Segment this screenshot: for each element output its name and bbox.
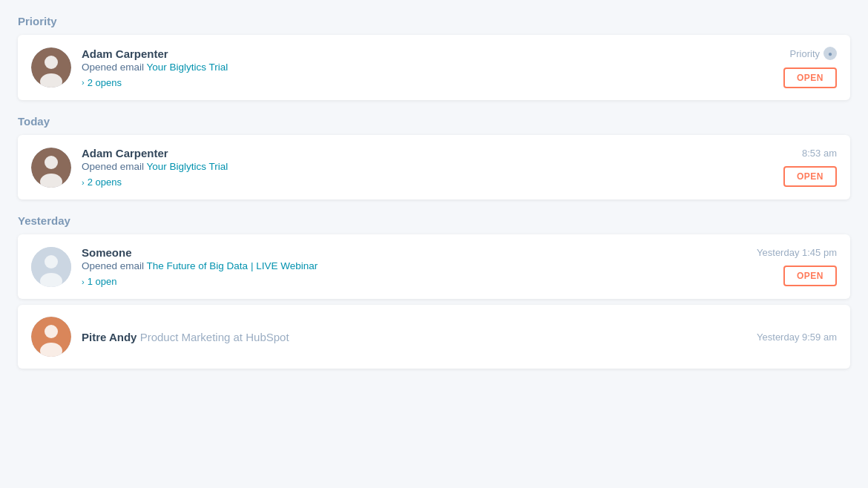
card-action: Opened email Your Biglytics Trial (82, 62, 773, 73)
contact-name: Adam Carpenter (82, 147, 773, 159)
section-yesterday: Yesterday SomeoneOpened email The Future… (18, 214, 850, 369)
card-today-1: Adam CarpenterOpened email Your Biglytic… (18, 135, 850, 200)
avatar (31, 47, 71, 88)
section-label-yesterday: Yesterday (18, 214, 850, 227)
card-action: Opened email The Future of Big Data | LI… (82, 260, 746, 271)
card-meta: Priority●OPEN (783, 47, 837, 88)
section-label-today: Today (18, 115, 850, 128)
meta-top-row: Yesterday 1:45 pm (757, 247, 837, 258)
open-button[interactable]: OPEN (783, 67, 837, 88)
svg-point-7 (45, 255, 58, 268)
opens-count: 2 opens (88, 77, 122, 88)
card-meta: Yesterday 9:59 am (757, 332, 837, 343)
email-link[interactable]: Your Biglytics Trial (147, 62, 228, 73)
card-action: Opened email Your Biglytics Trial (82, 161, 773, 172)
card-body: SomeoneOpened email The Future of Big Da… (82, 246, 746, 287)
contact-name: Someone (82, 246, 746, 259)
timestamp: Yesterday 9:59 am (757, 332, 837, 343)
opens-row[interactable]: ›1 open (82, 276, 746, 287)
card-meta: Yesterday 1:45 pmOPEN (757, 247, 837, 286)
email-link[interactable]: The Future of Big Data | LIVE Webinar (147, 260, 318, 271)
card-meta: 8:53 amOPEN (783, 148, 837, 187)
chevron-right-icon: › (82, 78, 85, 87)
section-today: Today Adam CarpenterOpened email Your Bi… (18, 115, 850, 200)
opens-row[interactable]: ›2 opens (82, 77, 773, 88)
card-body: Pitre Andy Product Marketing at HubSpot (82, 331, 746, 343)
card-yesterday-1: SomeoneOpened email The Future of Big Da… (18, 234, 850, 299)
card-priority-1: Adam CarpenterOpened email Your Biglytic… (18, 35, 850, 100)
meta-top-row: Yesterday 9:59 am (757, 332, 837, 343)
svg-point-10 (45, 325, 58, 338)
meta-top-row: Priority● (790, 47, 837, 60)
section-label-priority: Priority (18, 15, 850, 27)
meta-top-row: 8:53 am (802, 148, 837, 159)
chevron-right-icon: › (82, 178, 85, 187)
priority-badge-label: Priority (790, 48, 820, 59)
email-link[interactable]: Your Biglytics Trial (147, 161, 228, 172)
opens-row[interactable]: ›2 opens (82, 177, 773, 188)
card-yesterday-2: Pitre Andy Product Marketing at HubSpotY… (18, 305, 850, 369)
section-priority: Priority Adam CarpenterOpened email Your… (18, 15, 850, 100)
card-body: Adam CarpenterOpened email Your Biglytic… (82, 47, 773, 88)
open-button[interactable]: OPEN (783, 166, 837, 187)
svg-point-1 (45, 56, 58, 69)
opens-count: 2 opens (88, 177, 122, 188)
contact-name: Adam Carpenter (82, 47, 773, 60)
card-body: Adam CarpenterOpened email Your Biglytic… (82, 147, 773, 188)
priority-circle-icon: ● (823, 47, 837, 60)
opens-count: 1 open (88, 276, 117, 287)
timestamp: 8:53 am (802, 148, 837, 159)
avatar (31, 148, 71, 188)
svg-point-4 (45, 156, 58, 169)
contact-name: Pitre Andy Product Marketing at HubSpot (82, 331, 746, 343)
timestamp: Yesterday 1:45 pm (757, 247, 837, 258)
contact-company: Product Marketing at HubSpot (137, 331, 289, 343)
chevron-right-icon: › (82, 277, 85, 286)
priority-badge: Priority● (790, 47, 837, 60)
open-button[interactable]: OPEN (783, 266, 837, 286)
avatar (31, 317, 71, 357)
avatar (31, 247, 71, 287)
